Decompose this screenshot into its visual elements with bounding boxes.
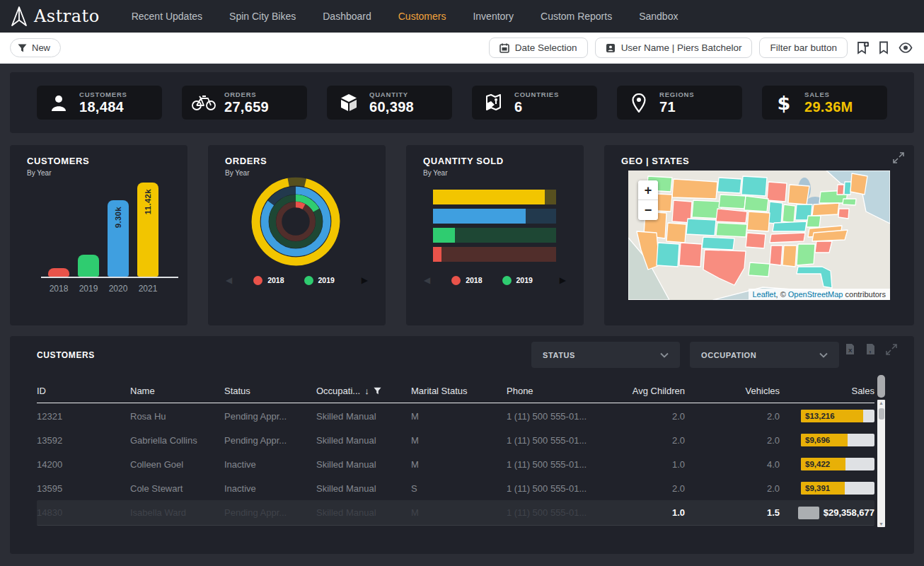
location-pin-icon [627, 93, 651, 112]
legend-item-2018[interactable]: 2018 [451, 276, 482, 285]
kpi-band: CUSTOMERS 18,484 ORDERS 27,659 [10, 72, 914, 133]
nav-item-inventory[interactable]: Inventory [459, 0, 527, 33]
nav-item-spin-city-bikes[interactable]: Spin City Bikes [216, 0, 309, 33]
bar-2020[interactable]: 9.30k [108, 200, 129, 277]
date-selection-button[interactable]: Date Selection [489, 37, 588, 58]
col-phone[interactable]: Phone [507, 386, 604, 396]
table-scrollbar[interactable]: ▲ ▼ [877, 400, 885, 527]
logo-text: Astrato [34, 6, 100, 26]
col-marital-status[interactable]: Marital Status [411, 386, 507, 396]
new-filter-button[interactable]: New [10, 38, 61, 57]
astrato-logo-icon [10, 6, 28, 27]
export-excel-icon[interactable]: X [843, 342, 857, 357]
col-name[interactable]: Name [130, 386, 224, 396]
scroll-down-icon[interactable]: ▼ [877, 521, 885, 526]
nav-item-dashboard[interactable]: Dashboard [309, 0, 385, 33]
col-vehicles[interactable]: Vehicles [685, 386, 780, 396]
table-row[interactable]: 14200Colleen GoelInactiveSkilled ManualM… [37, 452, 874, 476]
kpi-value: 60,398 [369, 99, 414, 115]
legend-prev-arrow-icon[interactable]: ◀ [424, 275, 430, 285]
legend-item-2019[interactable]: 2019 [502, 276, 533, 285]
dollar-icon: $ [772, 92, 796, 114]
visibility-button[interactable] [897, 41, 914, 54]
kpi-label: QUANTITY [369, 91, 414, 98]
total-avg-children: 1.0 [604, 507, 685, 518]
sales-bar: $9,696 [801, 434, 874, 446]
orders-donut-chart[interactable] [250, 175, 342, 267]
kpi-value: 27,659 [224, 99, 269, 115]
bookmark-add-button[interactable] [855, 40, 870, 57]
nav-item-recent-updates[interactable]: Recent Updates [118, 0, 216, 33]
legend-dot-red [451, 276, 461, 285]
outer-scrollbar-thumb[interactable] [877, 375, 885, 398]
table-row[interactable]: 12321Rosa HuPending Appr...Skilled Manua… [37, 404, 874, 428]
total-vehicles: 1.5 [685, 507, 780, 518]
kpi-label: CUSTOMERS [79, 91, 127, 98]
bookmark-button[interactable] [877, 40, 890, 56]
us-states-map[interactable]: + − Leaflet, © OpenStreetMap contributor… [628, 171, 890, 300]
kpi-quantity: QUANTITY 60,398 [327, 86, 452, 120]
calendar-icon [499, 43, 509, 53]
bookmark-add-icon [856, 41, 869, 55]
chart-title: ORDERS [225, 156, 267, 166]
hbar-2019[interactable] [433, 228, 556, 243]
sort-desc-icon[interactable]: ↓ [364, 386, 369, 396]
col-status[interactable]: Status [224, 386, 316, 396]
zoom-out-button[interactable]: − [638, 200, 658, 220]
col-sales[interactable]: Sales [780, 386, 874, 396]
funnel-icon [18, 44, 27, 52]
table-totals-row: 14830 Isabella Ward Pending Appr... Skil… [37, 500, 874, 526]
col-occupation[interactable]: Occupati... ↓ [316, 386, 411, 396]
astrato-logo[interactable]: Astrato [10, 6, 100, 27]
zoom-in-button[interactable]: + [638, 180, 658, 200]
nav-item-sandbox[interactable]: Sandbox [625, 0, 691, 33]
chart-title: CUSTOMERS [27, 156, 89, 166]
col-id[interactable]: ID [37, 386, 130, 396]
filter-bar-button[interactable]: Filter bar button [759, 37, 848, 58]
chevron-down-icon [660, 352, 669, 358]
osm-link[interactable]: OpenStreetMap [788, 290, 843, 299]
kpi-orders: ORDERS 27,659 [182, 86, 307, 120]
occupation-filter-dropdown[interactable]: OCCUPATION [690, 342, 839, 368]
legend-item-2019[interactable]: 2019 [304, 276, 335, 285]
bar-2018[interactable] [48, 268, 69, 277]
col-avg-children[interactable]: Avg Children [604, 386, 685, 396]
user-name-button[interactable]: User Name | Piers Batchelor [595, 37, 753, 58]
nav-item-customers[interactable]: Customers [385, 0, 460, 33]
customers-bar-chart[interactable]: 9.30k 11.42k [41, 182, 178, 278]
hbar-2020[interactable] [433, 209, 556, 224]
hbar-2021[interactable] [433, 190, 556, 204]
quantity-bar-chart[interactable] [433, 190, 556, 266]
map-zoom-control: + − [638, 180, 658, 220]
map-svg [628, 171, 890, 300]
nav-item-custom-reports[interactable]: Custom Reports [527, 0, 625, 33]
table-row[interactable]: 13595Cole StewartInactiveSkilled ManualS… [37, 476, 874, 500]
export-csv-icon[interactable]: , [864, 342, 877, 357]
total-sales: $29,358,677 [824, 507, 874, 518]
leaflet-link[interactable]: Leaflet [753, 290, 776, 299]
expand-table-icon[interactable] [884, 342, 899, 357]
expand-icon[interactable] [893, 152, 904, 166]
scrollbar-thumb[interactable] [879, 408, 884, 420]
table-row[interactable]: 13592Gabriella CollinsPending Appr...Ski… [37, 428, 874, 452]
x-axis-labels: 2018 2019 2020 2021 [41, 284, 178, 294]
kpi-sales: $ SALES 29.36M [762, 86, 887, 120]
hbar-2018[interactable] [433, 247, 556, 262]
kpi-value: 6 [514, 99, 559, 115]
quantity-legend: ◀ 2018 2019 ▶ [406, 275, 584, 285]
scroll-up-icon[interactable]: ▲ [877, 400, 885, 405]
legend-next-arrow-icon[interactable]: ▶ [560, 275, 566, 285]
column-filter-icon[interactable] [374, 387, 381, 395]
chart-title: QUANTITY SOLD [423, 156, 504, 166]
bar-2021[interactable]: 11.42k [137, 183, 158, 277]
legend-item-2018[interactable]: 2018 [253, 276, 284, 285]
legend-dot-red [253, 276, 262, 285]
kpi-value: 18,484 [79, 99, 127, 115]
status-filter-dropdown[interactable]: STATUS [531, 342, 680, 368]
legend-next-arrow-icon[interactable]: ▶ [362, 275, 368, 285]
chart-subtitle: By Year [27, 169, 51, 177]
legend-prev-arrow-icon[interactable]: ◀ [226, 275, 232, 285]
person-icon [47, 93, 71, 112]
kpi-regions: REGIONS 71 [617, 86, 742, 120]
bar-2019[interactable] [78, 255, 99, 277]
